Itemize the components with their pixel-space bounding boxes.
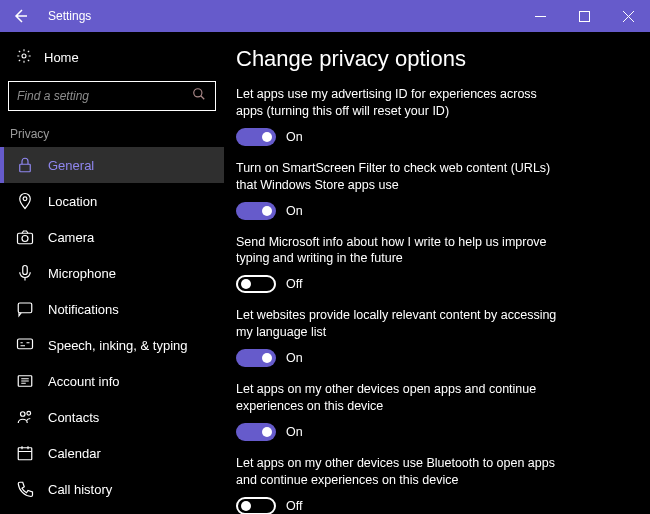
id-card-icon: [16, 372, 34, 390]
sidebar-item-label: General: [48, 158, 94, 173]
svg-rect-13: [18, 448, 32, 460]
toggle-switch[interactable]: [236, 275, 276, 293]
arrow-left-icon: [12, 8, 28, 24]
toggle-switch[interactable]: [236, 423, 276, 441]
back-button[interactable]: [0, 0, 40, 32]
phone-icon: [16, 480, 34, 498]
sidebar-item-speech-inking-typing[interactable]: Speech, inking, & typing: [0, 327, 224, 363]
sidebar-item-general[interactable]: General: [0, 147, 224, 183]
gear-icon: [16, 48, 32, 64]
titlebar: Settings: [0, 0, 650, 32]
home-button[interactable]: Home: [0, 38, 224, 77]
svg-point-1: [22, 54, 26, 58]
toggle-state-label: Off: [286, 277, 302, 291]
toggle-state-label: On: [286, 425, 303, 439]
svg-point-6: [22, 236, 28, 242]
page-title: Change privacy options: [236, 46, 626, 72]
sidebar: Home Privacy GeneralLocationCameraMicrop…: [0, 32, 224, 514]
sidebar-item-notifications[interactable]: Notifications: [0, 291, 224, 327]
camera-icon: [16, 228, 34, 246]
sidebar-item-label: Speech, inking, & typing: [48, 338, 187, 353]
close-icon: [623, 11, 634, 22]
toggle-state-label: On: [286, 130, 303, 144]
toggle-state-label: On: [286, 351, 303, 365]
setting-0: Let apps use my advertising ID for exper…: [236, 86, 626, 146]
chat-icon: [16, 300, 34, 318]
setting-desc: Let apps use my advertising ID for exper…: [236, 86, 566, 120]
setting-desc: Send Microsoft info about how I write to…: [236, 234, 566, 268]
toggle-switch[interactable]: [236, 202, 276, 220]
setting-1: Turn on SmartScreen Filter to check web …: [236, 160, 626, 220]
setting-5: Let apps on my other devices use Bluetoo…: [236, 455, 626, 514]
sidebar-item-call-history[interactable]: Call history: [0, 471, 224, 507]
sidebar-item-location[interactable]: Location: [0, 183, 224, 219]
sidebar-item-label: Camera: [48, 230, 94, 245]
setting-desc: Turn on SmartScreen Filter to check web …: [236, 160, 566, 194]
sidebar-item-microphone[interactable]: Microphone: [0, 255, 224, 291]
svg-rect-9: [18, 339, 33, 349]
svg-point-4: [23, 197, 27, 201]
sidebar-item-contacts[interactable]: Contacts: [0, 399, 224, 435]
svg-rect-7: [23, 266, 28, 275]
sidebar-item-account-info[interactable]: Account info: [0, 363, 224, 399]
home-label: Home: [44, 50, 79, 65]
microphone-icon: [16, 264, 34, 282]
maximize-icon: [579, 11, 590, 22]
svg-rect-5: [18, 233, 33, 244]
window-title: Settings: [48, 9, 91, 23]
sidebar-item-calendar[interactable]: Calendar: [0, 435, 224, 471]
close-button[interactable]: [606, 0, 650, 32]
calendar-icon: [16, 444, 34, 462]
toggle-state-label: On: [286, 204, 303, 218]
minimize-button[interactable]: [518, 0, 562, 32]
sidebar-item-label: Account info: [48, 374, 120, 389]
sidebar-item-label: Microphone: [48, 266, 116, 281]
contacts-icon: [16, 408, 34, 426]
sidebar-item-label: Contacts: [48, 410, 99, 425]
setting-desc: Let apps on my other devices open apps a…: [236, 381, 566, 415]
toggle-state-label: Off: [286, 499, 302, 513]
sidebar-item-camera[interactable]: Camera: [0, 219, 224, 255]
sidebar-item-email[interactable]: Email: [0, 507, 224, 514]
svg-point-12: [27, 411, 31, 415]
lock-icon: [16, 156, 34, 174]
svg-rect-3: [20, 164, 31, 172]
setting-desc: Let apps on my other devices use Bluetoo…: [236, 455, 566, 489]
search-input[interactable]: [8, 81, 216, 111]
sidebar-item-label: Notifications: [48, 302, 119, 317]
location-icon: [16, 192, 34, 210]
svg-point-2: [194, 89, 202, 97]
sidebar-item-label: Calendar: [48, 446, 101, 461]
speech-icon: [16, 336, 34, 354]
toggle-switch[interactable]: [236, 349, 276, 367]
search-icon: [192, 87, 206, 105]
maximize-button[interactable]: [562, 0, 606, 32]
setting-3: Let websites provide locally relevant co…: [236, 307, 626, 367]
sidebar-item-label: Location: [48, 194, 97, 209]
nav-group-label: Privacy: [0, 123, 224, 147]
svg-point-11: [21, 412, 26, 417]
svg-rect-0: [579, 11, 589, 21]
toggle-switch[interactable]: [236, 128, 276, 146]
setting-desc: Let websites provide locally relevant co…: [236, 307, 566, 341]
setting-2: Send Microsoft info about how I write to…: [236, 234, 626, 294]
content-area: Change privacy options Let apps use my a…: [224, 32, 650, 514]
minimize-icon: [535, 11, 546, 22]
sidebar-item-label: Call history: [48, 482, 112, 497]
toggle-switch[interactable]: [236, 497, 276, 515]
svg-rect-8: [18, 303, 32, 313]
setting-4: Let apps on my other devices open apps a…: [236, 381, 626, 441]
